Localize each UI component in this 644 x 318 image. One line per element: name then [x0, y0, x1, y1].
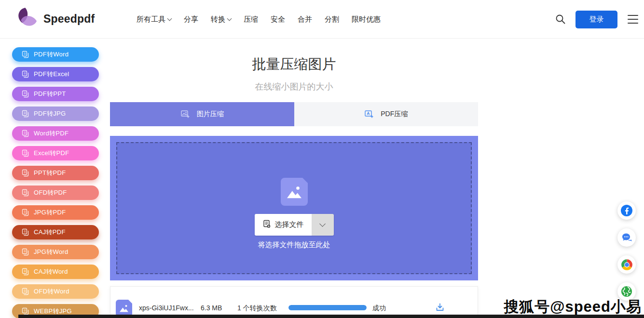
nav-item[interactable]: 压缩 [244, 15, 258, 24]
nav-item-label: 合并 [298, 15, 312, 24]
nav-item[interactable]: 所有工具 [137, 15, 171, 24]
image-compress-icon [180, 109, 190, 119]
sidebar-tool-label: JPG转Word [34, 248, 69, 256]
nav-item[interactable]: 合并 [298, 15, 312, 24]
nav-item-label: 压缩 [244, 15, 258, 24]
sidebar-tool-button[interactable]: PDF转Excel [12, 67, 99, 81]
nav-item[interactable]: 安全 [271, 15, 285, 24]
sidebar-tool-button[interactable]: PDF转PPT [12, 87, 99, 101]
progress-bar [288, 305, 367, 310]
brand-logo[interactable]: Speedpdf [14, 7, 95, 31]
upload-dropzone[interactable]: 选择文件 将选择文件拖放至此处 [110, 136, 478, 280]
conversion-count: 1 个转换次数 [237, 304, 277, 313]
sidebar-tool-label: PDF转Word [34, 50, 69, 59]
sidebar-tool-label: CAJ转PDF [34, 228, 66, 237]
sidebar-tool-label: OFD转PDF [34, 188, 67, 197]
sidebar-tool-button[interactable]: CAJ转PDF [12, 225, 99, 239]
sidebar-tools: PDF转Word PDF转Excel [12, 47, 99, 318]
choose-file-label: 选择文件 [275, 220, 304, 229]
facebook-icon[interactable] [617, 201, 636, 220]
nav-item-label: 所有工具 [137, 15, 165, 24]
sidebar-tool-button[interactable]: PDF转Word [12, 47, 99, 62]
page-title: 批量压缩图片 [110, 55, 478, 74]
convert-doc-icon [22, 288, 29, 295]
sidebar-tool-label: JPG转PDF [34, 208, 66, 217]
butterfly-logo-icon [14, 7, 39, 31]
pdf-compress-icon [364, 109, 374, 119]
sidebar-tool-label: PDF转JPG [34, 109, 66, 118]
convert-doc-icon [22, 228, 29, 236]
chevron-down-icon [319, 221, 326, 227]
sidebar-tool-label: PPT转PDF [34, 169, 66, 177]
file-result-card [110, 286, 478, 318]
convert-doc-icon [22, 149, 29, 157]
sidebar-tool-button[interactable]: PPT转PDF [12, 166, 99, 180]
sidebar-tool-button[interactable]: Excel转PDF [12, 146, 99, 160]
nav-item[interactable]: 分享 [184, 15, 198, 24]
nav-item-label: 安全 [271, 15, 285, 24]
brand-name: Speedpdf [43, 13, 95, 26]
chevron-down-icon [227, 16, 232, 21]
convert-doc-icon [22, 130, 29, 137]
tab-pdf-compress[interactable]: PDF压缩 [294, 102, 479, 126]
convert-doc-icon [22, 169, 29, 177]
download-icon[interactable] [435, 302, 445, 313]
taskbar-edge [18, 315, 644, 318]
sidebar-tool-label: PDF转Excel [34, 70, 69, 79]
convert-doc-icon [22, 268, 29, 276]
menu-icon[interactable] [628, 15, 638, 24]
tab-label: 图片压缩 [197, 110, 224, 119]
nav-item-label: 分享 [184, 15, 198, 24]
sidebar-tool-button[interactable]: CAJ转Word [12, 265, 99, 279]
compress-tabs: 图片压缩 PDF压缩 [110, 102, 478, 126]
sidebar-tool-button[interactable]: JPG转Word [12, 245, 99, 259]
sidebar-tool-button[interactable]: PDF转JPG [12, 106, 99, 121]
chrome-icon[interactable] [617, 255, 636, 274]
convert-doc-icon [22, 110, 29, 118]
sidebar-tool-label: Excel转PDF [34, 149, 69, 158]
sidebar-tool-button[interactable]: OFD转Word [12, 284, 99, 299]
image-file-icon [281, 178, 308, 206]
sidebar-tool-label: Word转PDF [34, 129, 69, 138]
login-button[interactable]: 登录 [575, 11, 617, 28]
chat-icon[interactable] [617, 228, 636, 247]
nav-item[interactable]: 转换 [211, 15, 231, 24]
drag-drop-hint: 将选择文件拖放至此处 [117, 240, 471, 250]
sidebar-tool-button[interactable]: Word转PDF [12, 126, 99, 141]
progress-fill [288, 305, 367, 310]
dropzone-dashed-area: 选择文件 将选择文件拖放至此处 [116, 142, 472, 274]
sidebar-tool-button[interactable]: JPG转PDF [12, 205, 99, 220]
nav-item-label: 限时优惠 [352, 15, 381, 24]
convert-doc-icon [22, 51, 29, 58]
chevron-down-icon [167, 16, 172, 21]
nav-item-label: 转换 [211, 15, 225, 24]
page: Speedpdf 所有工具 分享 转换 [0, 0, 644, 318]
convert-doc-icon [22, 70, 29, 78]
nav-item[interactable]: 分割 [325, 15, 339, 24]
convert-doc-icon [22, 90, 29, 98]
sidebar-tool-label: PDF转PPT [34, 90, 66, 98]
file-name: xps-Gi3iUJ1Fwx... [139, 304, 194, 312]
add-document-icon [262, 220, 271, 230]
image-file-icon [116, 300, 132, 317]
main-nav: 所有工具 分享 转换 压缩 安全 [137, 0, 381, 39]
sidebar-tool-button[interactable]: OFD转PDF [12, 186, 99, 200]
sidebar-tool-label: OFD转Word [34, 287, 69, 296]
choose-file-dropdown-toggle[interactable] [312, 214, 334, 236]
tab-image-compress[interactable]: 图片压缩 [110, 102, 294, 126]
page-subtitle: 在线缩小图片的大小 [110, 81, 478, 93]
nav-item[interactable]: 限时优惠 [352, 15, 381, 24]
nav-item-label: 分割 [325, 15, 339, 24]
file-size: 6.3 MB [201, 304, 222, 312]
watermark-text: 搜狐号@speed小易 [504, 297, 642, 317]
convert-doc-icon [22, 209, 29, 216]
convert-doc-icon [22, 307, 29, 315]
header: Speedpdf 所有工具 分享 转换 [0, 0, 644, 39]
sidebar-tool-label: CAJ转Word [34, 267, 68, 276]
search-icon[interactable] [555, 13, 566, 25]
convert-doc-icon [22, 248, 29, 256]
convert-doc-icon [22, 189, 29, 197]
status-label: 成功 [372, 304, 386, 313]
choose-file-button[interactable]: 选择文件 [255, 214, 312, 236]
choose-file-split-button: 选择文件 [255, 214, 334, 236]
